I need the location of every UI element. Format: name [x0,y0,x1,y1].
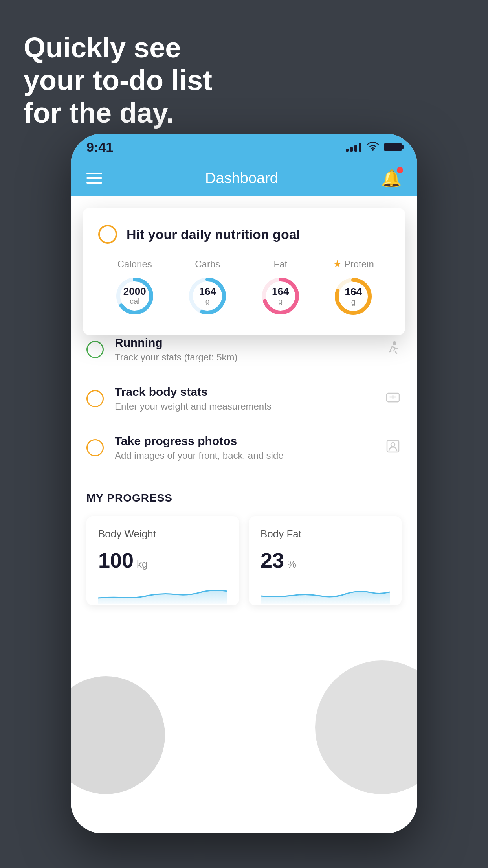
running-text: Running Track your stats (target: 5km) [115,336,373,363]
protein-value-center: 164 g [345,286,362,307]
body-fat-value: 23 [261,548,284,572]
protein-label: ★ Protein [333,258,374,270]
header-title: Dashboard [205,170,278,187]
fat-donut: 164 g [259,274,302,318]
body-stats-text: Track body stats Enter your weight and m… [115,385,373,412]
body-stats-checkbox[interactable] [86,390,104,407]
todo-item-photos[interactable]: Take progress photos Add images of your … [71,423,417,472]
body-fat-card: Body Fat 23 % [249,516,402,605]
running-subtitle: Track your stats (target: 5km) [115,352,373,363]
carbs-value-center: 164 g [199,286,216,306]
headline: Quickly see your to-do list for the day. [24,31,212,129]
body-weight-card-title: Body Weight [98,528,227,540]
notification-button[interactable]: 🔔 [381,169,402,188]
body-fat-sparkline [261,580,390,604]
protein-unit: g [351,298,356,306]
macro-calories: Calories 2000 cal [113,259,156,318]
body-stats-title: Track body stats [115,385,373,399]
star-icon: ★ [333,258,342,270]
todo-list: Running Track your stats (target: 5km) T… [71,325,417,472]
fat-unit: g [278,297,283,305]
macro-protein: ★ Protein 164 g [332,258,375,318]
nutrition-card: Hit your daily nutrition goal Calories 2… [83,208,405,335]
nutrition-card-title: Hit your daily nutrition goal [127,227,300,242]
status-icons [346,141,402,153]
calories-value-center: 2000 cal [123,286,146,306]
body-stats-subtitle: Enter your weight and measurements [115,401,373,412]
running-checkbox[interactable] [86,341,104,358]
body-fat-value-row: 23 % [261,548,390,572]
notification-dot [397,167,403,173]
body-weight-sparkline [98,580,227,604]
calories-value: 2000 [123,286,146,297]
carbs-value: 164 [199,286,216,297]
body-weight-card: Body Weight 100 kg [86,516,239,605]
running-icon [384,339,402,360]
status-bar: 9:41 [71,134,417,160]
carbs-donut: 164 g [186,274,229,318]
portrait-icon [384,438,402,458]
phone-frame: 9:41 Dashboard 🔔 [71,134,417,833]
bg-decor-left [71,676,165,794]
body-weight-value-row: 100 kg [98,548,227,572]
calories-label: Calories [117,259,152,270]
macro-fat: Fat 164 g [259,259,302,318]
fat-value-center: 164 g [272,286,289,306]
todo-item-body-stats[interactable]: Track body stats Enter your weight and m… [71,374,417,423]
photos-title: Take progress photos [115,434,373,448]
progress-section: MY PROGRESS Body Weight 100 kg [71,472,417,617]
progress-title: MY PROGRESS [86,492,402,504]
macro-carbs: Carbs 164 g [186,259,229,318]
body-weight-value: 100 [98,548,134,572]
app-content: THINGS TO DO TODAY Hit your daily nutrit… [71,196,417,833]
photos-subtitle: Add images of your front, back, and side [115,450,373,461]
body-fat-card-title: Body Fat [261,528,390,540]
calories-unit: cal [130,297,140,305]
status-time: 9:41 [86,140,113,155]
menu-button[interactable] [86,173,102,184]
calories-donut: 2000 cal [113,274,156,318]
svg-point-11 [391,443,395,447]
wifi-icon [367,141,379,153]
fat-label: Fat [273,259,287,270]
photos-text: Take progress photos Add images of your … [115,434,373,461]
nutrition-checkbox[interactable] [98,225,117,244]
body-fat-unit: % [287,558,296,570]
app-header: Dashboard 🔔 [71,160,417,196]
bg-decor-right [315,660,417,794]
svg-point-8 [393,341,396,345]
protein-donut: 164 g [332,275,375,318]
macros-row: Calories 2000 cal Carbs [98,258,390,318]
card-title-row: Hit your daily nutrition goal [98,225,390,244]
signal-bars-icon [346,142,361,152]
carbs-unit: g [205,297,210,305]
protein-value: 164 [345,286,362,298]
carbs-label: Carbs [195,259,220,270]
body-weight-unit: kg [137,558,147,570]
progress-cards: Body Weight 100 kg [86,516,402,605]
photos-checkbox[interactable] [86,439,104,456]
fat-value: 164 [272,286,289,297]
running-title: Running [115,336,373,349]
battery-icon [384,143,402,151]
scale-icon [384,388,402,409]
